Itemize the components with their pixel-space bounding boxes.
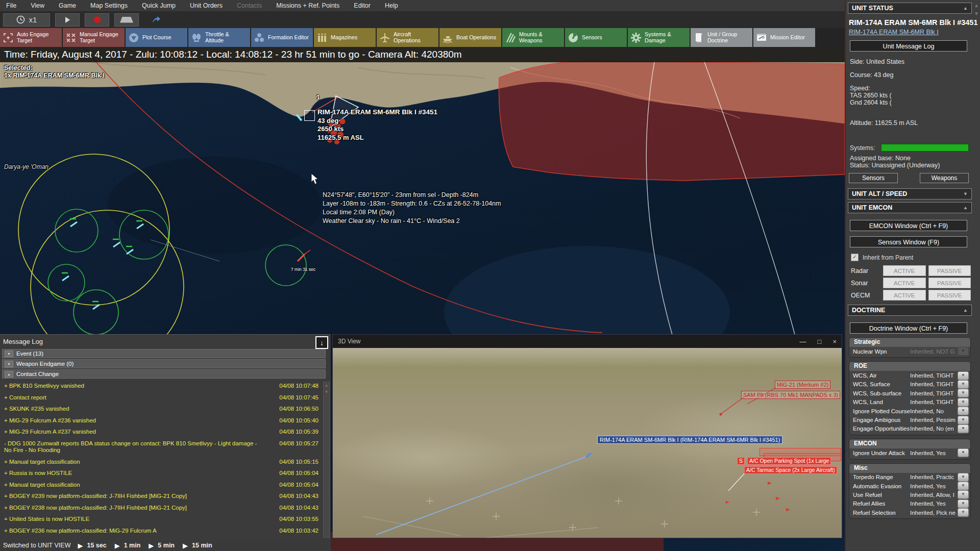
log-entry[interactable]: + BOGEY #236 now platform-classified: Mi… — [0, 525, 322, 537]
plot-course-button[interactable]: Plot Course — [126, 28, 187, 47]
log-entry-toggle[interactable]: + — [4, 459, 8, 465]
friendly-ship-symbol[interactable] — [113, 239, 120, 247]
chevron-down-icon[interactable]: ▼ — [5, 350, 13, 357]
section-unit-status[interactable]: UNIT STATUS ▲ — [848, 3, 972, 14]
view3d-titlebar[interactable]: 3D View — □ × — [333, 335, 842, 348]
scroll-up-icon[interactable]: ▲ — [974, 3, 979, 8]
log-entry[interactable]: - DDG 1000 Zumwalt reports BDA status ch… — [0, 438, 322, 457]
dropdown-icon[interactable]: ▼ — [958, 448, 969, 457]
log-entry-toggle[interactable]: + — [4, 470, 8, 476]
log-entry[interactable]: + Contact report04/08 10:07:45 — [0, 392, 322, 404]
chevron-up-icon[interactable]: ▲ — [963, 6, 968, 11]
message-log-entries[interactable]: + BPK 810 Smetlivyy vanished04/08 10:07:… — [0, 381, 322, 539]
view3d-viewport[interactable]: MiG-21 (Merkum #2) SAM Plt (RBS 70 Mk1 M… — [333, 348, 842, 538]
menu-map-settings[interactable]: Map Settings — [90, 2, 128, 9]
dropdown-icon[interactable]: ▼ — [958, 389, 969, 397]
mission-editor-button[interactable]: Mission Editor — [753, 28, 815, 47]
systems-damage-button[interactable]: Systems & Damage — [628, 28, 690, 47]
log-entry-toggle[interactable]: - — [4, 440, 6, 446]
dropdown-icon[interactable]: ▼ — [958, 371, 969, 380]
chevron-up-icon[interactable]: ▲ — [963, 308, 968, 313]
scroll-down-icon[interactable]: ▼ — [324, 390, 329, 394]
dropdown-icon[interactable]: ▼ — [958, 416, 969, 424]
oecm-passive-button[interactable]: PASSIVE — [928, 290, 971, 300]
log-entry[interactable]: + BOGEY #239 now platform-classified: J-… — [0, 491, 322, 503]
log-entry[interactable]: + Russia is now HOSTILE04/08 10:05:04 — [0, 468, 322, 480]
chevron-up-icon[interactable]: ▲ — [963, 205, 968, 210]
log-entry-toggle[interactable]: + — [4, 516, 8, 522]
dropdown-icon[interactable]: ▼ — [958, 398, 969, 407]
menu-editor[interactable]: Editor — [354, 2, 371, 9]
boat-operations-button[interactable]: Boat Operations — [439, 28, 501, 47]
sensors-button[interactable]: Sensors — [849, 173, 898, 183]
log-entry[interactable]: + SKUNK #235 vanished04/08 10:06:50 — [0, 404, 322, 415]
menu-quick-jump[interactable]: Quick Jump — [142, 2, 176, 9]
section-doctrine[interactable]: DOCTRINE ▲ — [848, 305, 972, 316]
time-compression-button[interactable]: x1 — [3, 13, 50, 27]
jump-to-selected-button[interactable] — [144, 13, 168, 27]
inbound-weapon-symbol[interactable] — [298, 250, 310, 261]
dropdown-icon[interactable]: ▼ — [958, 490, 969, 499]
oecm-active-button[interactable]: ACTIVE — [883, 290, 926, 300]
bridge-view-button[interactable] — [114, 13, 139, 27]
log-filter-weapon-endgame[interactable]: ▼ Weapon Endgame (0) — [2, 359, 326, 368]
close-button[interactable]: × — [832, 338, 837, 345]
message-log-scrollbar[interactable]: ▲ ▼ — [323, 382, 330, 538]
scroll-down-icon[interactable]: ▼ — [974, 11, 979, 16]
magazines-button[interactable]: Magazines — [314, 28, 376, 47]
menu-missions-ref-points[interactable]: Missions + Ref. Points — [276, 2, 339, 9]
log-entry-toggle[interactable]: + — [4, 528, 8, 534]
sonar-active-button[interactable]: ACTIVE — [883, 278, 926, 288]
auto-engage-target-button[interactable]: Auto Engage Target — [0, 28, 62, 47]
parking-spot-label[interactable]: A/C Open Parking Spot (1x Large — [747, 457, 831, 465]
dropdown-icon[interactable]: ▼ — [958, 424, 969, 433]
minimize-button[interactable]: — — [800, 338, 806, 345]
chevron-up-icon[interactable]: ▲ — [5, 371, 13, 378]
weapons-button[interactable]: Weapons — [920, 173, 969, 183]
aircraft-operations-button[interactable]: Aircraft Operations — [377, 28, 438, 47]
log-filter-event[interactable]: ▼ Event (13) — [2, 349, 326, 358]
doctrine-window-button[interactable]: Doctrine Window (Ctrl + F9) — [850, 322, 967, 334]
throttle-altitude-button[interactable]: Throttle & Altitude — [188, 28, 250, 47]
radar-passive-button[interactable]: PASSIVE — [928, 265, 971, 276]
checkbox-checked-icon[interactable]: ✓ — [851, 254, 859, 261]
radar-active-button[interactable]: ACTIVE — [883, 265, 926, 276]
sonar-passive-button[interactable]: PASSIVE — [928, 278, 971, 288]
missile-3d-label[interactable]: RIM-174A ERAM SM-6MR Blk I (RIM-174A ERA… — [597, 436, 782, 444]
facility-label-partial[interactable]: S — [737, 457, 745, 465]
friendly-ship-symbol[interactable] — [70, 219, 77, 227]
chevron-down-icon[interactable]: ▼ — [963, 191, 968, 196]
dropdown-icon[interactable]: ▼ — [958, 380, 969, 389]
log-entry-toggle[interactable]: + — [4, 493, 8, 499]
mounts-weapons-button[interactable]: Mounts & Weapons — [502, 28, 564, 47]
sidebar-scroll-arrows[interactable]: ▲ ▼ — [974, 3, 979, 16]
log-entry[interactable]: + Manual target classification04/08 10:0… — [0, 457, 322, 468]
log-entry[interactable]: + BPK 810 Smetlivyy vanished04/08 10:07:… — [0, 381, 322, 392]
dropdown-icon[interactable]: ▼ — [958, 499, 969, 508]
unit-group-doctrine-button[interactable]: Unit / Group Doctrine — [691, 28, 752, 47]
time-step-15min[interactable]: ▶15 min — [183, 542, 212, 549]
log-entry[interactable]: + United States is now HOSTILE04/08 10:0… — [0, 514, 322, 525]
section-unit-emcon[interactable]: UNIT EMCON ▲ — [848, 202, 972, 213]
log-entry-toggle[interactable]: + — [4, 406, 8, 412]
sensors-window-button[interactable]: Sensors Window (F9) — [850, 236, 967, 247]
message-log-detach-button[interactable]: ↓ — [315, 336, 328, 349]
unit-class-link[interactable]: RIM-174A ERAM SM-6MR Blk I — [849, 29, 976, 36]
log-entry[interactable]: + BOGEY #238 now platform-classified: J-… — [0, 503, 322, 514]
menu-game[interactable]: Game — [59, 2, 76, 9]
log-entry-toggle[interactable]: + — [4, 383, 8, 389]
dropdown-icon[interactable]: ▼ — [958, 473, 969, 482]
formation-editor-button[interactable]: Formation Editor — [251, 28, 313, 47]
dropdown-icon[interactable]: ▼ — [958, 508, 969, 517]
log-entry[interactable]: + Manual target classification04/08 10:0… — [0, 480, 322, 491]
menu-unit-orders[interactable]: Unit Orders — [190, 2, 223, 9]
log-entry[interactable]: + MiG-29 Fulcrum A #237 vanished04/08 10… — [0, 427, 322, 438]
sam-platoon-label[interactable]: SAM Plt (RBS 70 Mk1 MANPADS x 3) — [741, 391, 840, 399]
time-step-5min[interactable]: ▶5 min — [149, 542, 175, 549]
friendly-ship-symbol[interactable] — [62, 273, 69, 281]
menu-help[interactable]: Help — [385, 2, 398, 9]
log-entry-toggle[interactable]: + — [4, 394, 8, 400]
sensors-button-toolbar[interactable]: Sensors — [565, 28, 627, 47]
record-button[interactable] — [85, 13, 109, 27]
unit-message-log-button[interactable]: Unit Message Log — [850, 40, 967, 52]
